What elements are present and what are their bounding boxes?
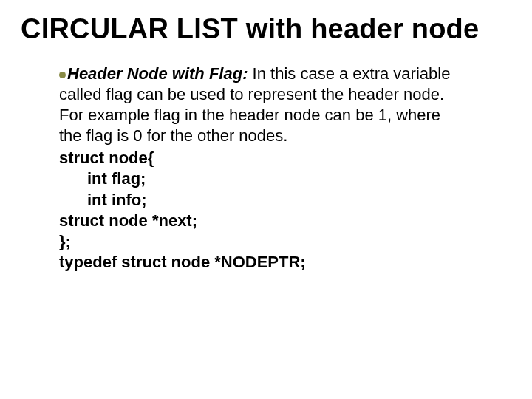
bullet-term: Header Node with Flag: xyxy=(67,64,248,83)
slide: CIRCULAR LIST with header node Header No… xyxy=(0,0,532,399)
body-block: Header Node with Flag: In this case a ex… xyxy=(59,64,467,273)
code-line-1: struct node{ xyxy=(59,148,467,168)
code-line-5: }; xyxy=(59,231,467,252)
code-line-4: struct node *next; xyxy=(59,211,467,231)
bullet-paragraph: Header Node with Flag: In this case a ex… xyxy=(59,64,467,147)
code-line-3: int info; xyxy=(59,190,467,211)
code-line-2: int flag; xyxy=(59,168,467,189)
bullet-icon xyxy=(59,72,66,78)
slide-title: CIRCULAR LIST with header node xyxy=(21,13,511,46)
code-line-6: typedef struct node *NODEPTR; xyxy=(59,252,467,273)
code-block: struct node{ int flag; int info; struct … xyxy=(59,148,467,273)
